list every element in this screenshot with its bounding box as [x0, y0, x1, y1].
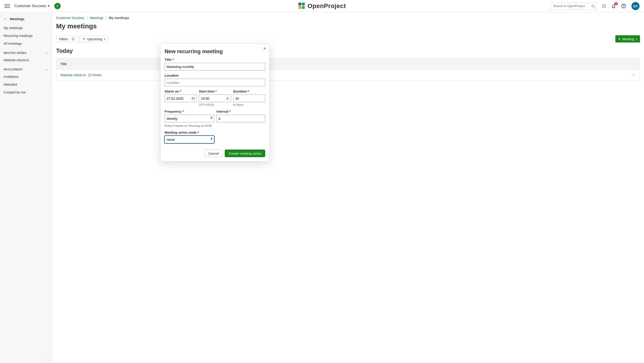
- sidebar-item-attended[interactable]: Attended: [0, 80, 52, 88]
- sidebar-item-invitations[interactable]: Invitations: [0, 73, 52, 80]
- avatar-initials: DT: [633, 4, 638, 8]
- chevron-up-icon: ︿: [46, 67, 48, 71]
- sidebar-title: Meetings: [10, 17, 24, 21]
- main-content: Customer Success / Meetings / My meeting…: [52, 12, 644, 363]
- user-avatar[interactable]: DT: [632, 2, 640, 10]
- project-selector[interactable]: Customer Success: [14, 4, 50, 8]
- project-name: Customer Success: [14, 4, 46, 8]
- sidebar-item-all-meetings[interactable]: All meetings: [0, 39, 52, 47]
- duration-input[interactable]: [233, 94, 265, 102]
- svg-rect-2: [298, 6, 302, 9]
- help-button[interactable]: [621, 3, 626, 8]
- starts-on-input[interactable]: [164, 94, 196, 102]
- close-icon: ✕: [263, 47, 266, 50]
- svg-point-12: [602, 7, 603, 8]
- app-logo[interactable]: OpenProject: [298, 2, 346, 10]
- svg-point-16: [624, 7, 624, 7]
- svg-point-6: [602, 4, 603, 5]
- logo-text: OpenProject: [308, 2, 346, 9]
- sidebar-item-my-meetings[interactable]: My meetings: [0, 24, 52, 32]
- topbar-right: 9 DT: [551, 2, 640, 10]
- title-input[interactable]: [164, 63, 265, 70]
- svg-point-14: [605, 7, 606, 8]
- duration-caption: in hours: [233, 103, 265, 106]
- svg-point-7: [604, 4, 604, 5]
- interval-label: Interval *: [216, 109, 265, 113]
- svg-point-13: [604, 7, 604, 8]
- topbar: Customer Success + OpenProject 9: [0, 0, 644, 12]
- sidebar-section-meeting-series[interactable]: MEETING SERIES ︿: [0, 49, 52, 56]
- svg-point-4: [592, 5, 594, 7]
- sidebar-item-recurring-meetings[interactable]: Recurring meetings: [0, 32, 52, 39]
- location-input[interactable]: [164, 79, 265, 86]
- modal-overlay: ✕ New recurring meeting Title * Location…: [52, 12, 644, 363]
- new-recurring-meeting-dialog: ✕ New recurring meeting Title * Location…: [160, 43, 270, 161]
- title-label: Title *: [164, 58, 265, 61]
- global-search[interactable]: [551, 2, 596, 9]
- cancel-label: Cancel: [208, 152, 219, 155]
- plus-icon: +: [56, 3, 59, 9]
- start-time-label: Start time *: [199, 89, 231, 93]
- section-label: INVOLVEMENT: [4, 68, 23, 71]
- start-time-input[interactable]: [199, 94, 231, 102]
- svg-point-9: [602, 6, 603, 6]
- global-create-button[interactable]: +: [54, 3, 60, 9]
- create-label: Create meeting series: [228, 152, 262, 155]
- caret-down-icon: [48, 5, 50, 7]
- svg-rect-3: [302, 6, 305, 9]
- apps-grid-icon[interactable]: [602, 4, 606, 8]
- svg-rect-0: [298, 3, 302, 5]
- frequency-label: Frequency *: [164, 109, 214, 113]
- sidebar: ← Meetings My meetings Recurring meeting…: [0, 12, 52, 363]
- page-container: ← Meetings My meetings Recurring meeting…: [0, 12, 644, 363]
- sidebar-section-involvement[interactable]: INVOLVEMENT ︿: [0, 65, 52, 73]
- search-icon[interactable]: [592, 4, 595, 8]
- logo-icon: [298, 2, 306, 10]
- sidebar-item-label: Attended: [4, 82, 17, 86]
- recurrence-summary: Every 4 weeks on Thursday at 10:00: [164, 124, 265, 127]
- sidebar-toggle-icon[interactable]: [4, 3, 10, 9]
- sidebar-item-label: Website check-in: [4, 58, 29, 62]
- duration-label: Duration *: [233, 89, 265, 93]
- timezone-caption: UTC+03:00: [199, 103, 231, 106]
- sidebar-item-label: Invitations: [4, 75, 19, 78]
- sidebar-item-label: Recurring meetings: [4, 34, 33, 37]
- notifications-button[interactable]: 9: [611, 4, 616, 8]
- svg-point-10: [604, 6, 604, 6]
- sidebar-item-label: My meetings: [4, 26, 22, 30]
- ends-label: Meeting series ends *: [164, 131, 265, 134]
- search-input[interactable]: [553, 4, 592, 8]
- sidebar-item-website-checkin[interactable]: Website check-in: [0, 56, 52, 64]
- svg-point-8: [605, 4, 606, 5]
- sidebar-item-label: Created by me: [4, 90, 26, 94]
- interval-input[interactable]: [216, 115, 265, 122]
- arrow-left-icon: ←: [4, 17, 7, 21]
- svg-point-11: [605, 6, 606, 6]
- series-ends-select[interactable]: never: [164, 136, 214, 143]
- notification-badge: 9: [614, 2, 618, 5]
- location-label: Location: [164, 73, 265, 77]
- svg-line-5: [594, 7, 594, 7]
- sidebar-resize-handle[interactable]: ⋮⋮: [0, 358, 52, 363]
- sidebar-back[interactable]: ← Meetings: [0, 15, 52, 24]
- sidebar-item-created-by-me[interactable]: Created by me: [0, 88, 52, 96]
- svg-rect-1: [302, 3, 305, 5]
- frequency-select[interactable]: Weekly: [164, 115, 214, 122]
- close-dialog-button[interactable]: ✕: [263, 46, 266, 51]
- sidebar-item-label: All meetings: [4, 41, 22, 45]
- dialog-title: New recurring meeting: [164, 48, 265, 54]
- question-icon: [621, 3, 626, 8]
- section-label: MEETING SERIES: [4, 51, 26, 54]
- cancel-button[interactable]: Cancel: [204, 150, 223, 157]
- starts-on-label: Starts on *: [164, 89, 196, 93]
- chevron-up-icon: ︿: [46, 51, 48, 55]
- create-series-button[interactable]: Create meeting series: [225, 150, 265, 157]
